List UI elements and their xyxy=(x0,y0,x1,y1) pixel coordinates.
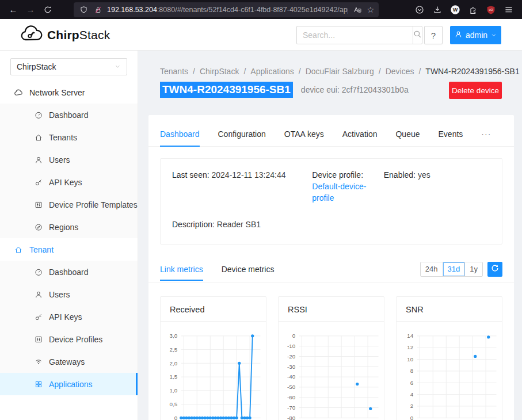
charts-row: Received 00,51,01,52,02,53,0Nov. 12Nov. … xyxy=(160,296,502,420)
sidebar-group-network-server[interactable]: Network Server xyxy=(0,81,138,104)
appstore-icon xyxy=(35,380,43,388)
key-icon xyxy=(35,178,43,186)
insecure-lock-icon[interactable] xyxy=(93,5,103,15)
svg-text:uO: uO xyxy=(489,8,493,12)
sidebar-group-tenant[interactable]: Tenant xyxy=(0,238,138,261)
translate-icon[interactable] xyxy=(352,5,363,15)
svg-text:0: 0 xyxy=(292,333,296,339)
svg-text:6: 6 xyxy=(410,380,414,386)
home-icon xyxy=(35,133,43,142)
svg-text:-60: -60 xyxy=(287,394,296,400)
sidebar-item-regions[interactable]: Regions xyxy=(0,216,138,238)
search-input[interactable] xyxy=(296,26,413,44)
chart-rssi: 0-10-20-30-40-50-60-70-80Nov. 12Nov. 17N… xyxy=(279,322,384,420)
w-extension-icon[interactable]: W xyxy=(450,5,460,15)
svg-text:0: 0 xyxy=(174,415,178,420)
svg-text:0: 0 xyxy=(410,415,414,420)
svg-text:1,5: 1,5 xyxy=(170,373,178,380)
delete-device-button[interactable]: Delete device xyxy=(449,82,502,99)
svg-text:-50: -50 xyxy=(287,384,296,390)
compass-icon xyxy=(35,223,43,231)
dashboard-icon xyxy=(35,111,43,119)
sidebar-item-applications[interactable]: Applications xyxy=(0,373,138,395)
device-profile-link[interactable]: Default-device-profile xyxy=(312,182,366,203)
pocket-icon[interactable] xyxy=(414,5,425,15)
bookmark-star-icon[interactable]: ☆ xyxy=(367,5,374,14)
downloads-icon[interactable] xyxy=(432,5,443,15)
extensions-puzzle-icon[interactable] xyxy=(468,5,478,15)
range-31d-button[interactable]: 31d xyxy=(443,262,465,276)
sidebar-item-ns-users[interactable]: Users xyxy=(0,148,138,171)
breadcrumb-item[interactable]: ChirpStack xyxy=(200,67,239,76)
tab-configuration[interactable]: Configuration xyxy=(218,121,266,146)
sidebar-item-gateways[interactable]: Gateways xyxy=(0,350,138,373)
tab-otaa-keys[interactable]: OTAA keys xyxy=(284,121,324,146)
help-button[interactable]: ? xyxy=(424,26,443,44)
svg-text:4: 4 xyxy=(410,391,414,398)
tenant-select-value: ChirpStack xyxy=(17,62,56,71)
breadcrumb-item[interactable]: DocuFlair Salzburg xyxy=(306,67,374,76)
refresh-button[interactable] xyxy=(487,262,502,277)
sidebar-item-tenant-dashboard[interactable]: Dashboard xyxy=(0,261,138,283)
tabs-more-icon[interactable]: ··· xyxy=(481,121,491,146)
description-label: Description: xyxy=(172,220,215,229)
tab-activation[interactable]: Activation xyxy=(342,121,378,146)
reload-icon[interactable] xyxy=(40,2,55,17)
user-icon xyxy=(35,291,43,299)
tab-link-metrics[interactable]: Link metrics xyxy=(160,258,203,280)
svg-text:12: 12 xyxy=(407,344,413,350)
sidebar-item-ns-api-keys[interactable]: API Keys xyxy=(0,171,138,193)
sidebar-item-tenant-users[interactable]: Users xyxy=(0,283,138,306)
ublock-shield-icon[interactable]: uO xyxy=(486,5,496,15)
app-header: ChirpStack ? admin xyxy=(0,19,522,51)
breadcrumb-item[interactable]: Devices xyxy=(386,67,414,76)
item-label: API Keys xyxy=(49,178,82,187)
cloud-icon xyxy=(14,89,23,97)
forward-icon[interactable]: → xyxy=(23,2,38,17)
tab-events[interactable]: Events xyxy=(439,121,463,146)
breadcrumb-item[interactable]: Applications xyxy=(250,67,294,76)
menu-hamburger-icon[interactable] xyxy=(504,5,514,15)
group-label: Network Server xyxy=(29,88,85,97)
search-button[interactable] xyxy=(413,26,422,44)
sidebar-item-tenants[interactable]: Tenants xyxy=(0,126,138,148)
chirpstack-logo[interactable]: ChirpStack xyxy=(20,25,110,44)
last-seen-value: 2024-12-11 13:24:44 xyxy=(212,170,286,180)
sidebar-item-device-profile-templates[interactable]: Device Profile Templates xyxy=(0,193,138,216)
sidebar-item-tenant-api-keys[interactable]: API Keys xyxy=(0,306,138,328)
admin-label: admin xyxy=(466,30,487,40)
last-seen-label: Last seen: xyxy=(172,170,209,180)
device-card: Dashboard Configuration OTAA keys Activa… xyxy=(148,115,514,420)
breadcrumb-separator: / xyxy=(418,67,421,76)
breadcrumb-separator: / xyxy=(243,67,246,76)
search-icon xyxy=(413,30,422,40)
item-label: Users xyxy=(49,290,70,299)
url-bar[interactable]: 192.168.53.204:8080/#/tenants/52f14cd4-c… xyxy=(74,2,379,17)
dashboard-icon xyxy=(35,268,43,276)
sidebar-item-ns-dashboard[interactable]: Dashboard xyxy=(0,104,138,126)
admin-user-button[interactable]: admin xyxy=(450,26,501,44)
wifi-icon xyxy=(35,358,43,366)
range-24h-button[interactable]: 24h xyxy=(421,262,443,276)
range-1y-button[interactable]: 1y xyxy=(464,262,482,276)
chirpstack-cloud-icon xyxy=(20,25,43,44)
breadcrumb-item[interactable]: Tenants xyxy=(160,67,188,76)
device-info-panel: Last seen: 2024-12-11 13:24:44 Device pr… xyxy=(160,158,502,245)
sidebar-item-device-profiles[interactable]: Device Profiles xyxy=(0,328,138,350)
back-icon[interactable]: ← xyxy=(6,2,21,17)
item-label: Device Profile Templates xyxy=(49,200,138,209)
tab-device-metrics[interactable]: Device metrics xyxy=(222,258,275,280)
user-icon xyxy=(455,30,462,40)
enabled-value: yes xyxy=(418,170,430,180)
svg-text:1,0: 1,0 xyxy=(170,387,178,394)
item-label: Regions xyxy=(49,223,78,232)
url-text[interactable]: 192.168.53.204:8080/#/tenants/52f14cd4-c… xyxy=(107,6,348,14)
page-title: TWN4-R2024391956-SB1 xyxy=(160,82,293,98)
tenant-select[interactable]: ChirpStack xyxy=(10,58,127,75)
chart-card-rssi: RSSI 0-10-20-30-40-50-60-70-80Nov. 12Nov… xyxy=(278,296,384,420)
tab-dashboard[interactable]: Dashboard xyxy=(160,121,200,146)
tab-queue[interactable]: Queue xyxy=(395,121,420,146)
user-icon xyxy=(35,156,43,164)
tracking-shield-icon[interactable] xyxy=(78,5,89,15)
svg-text:2,5: 2,5 xyxy=(170,346,178,353)
